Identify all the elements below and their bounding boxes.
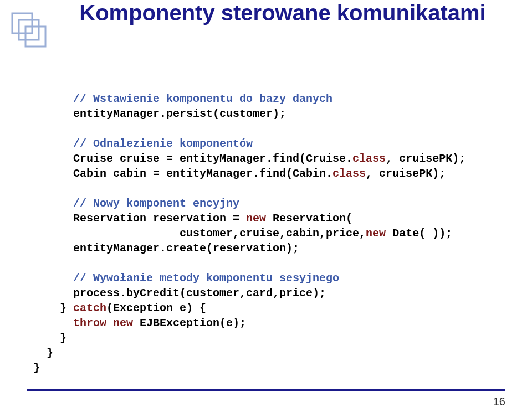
code-keyword: throw (73, 317, 106, 329)
code-comment: // Wstawienie komponentu do bazy danych (73, 92, 332, 105)
code-keyword: new (366, 227, 386, 240)
code-text: , cruisePK); (386, 152, 466, 165)
overlapping-squares-icon (10, 11, 49, 50)
code-text: Reservation reservation = (73, 212, 246, 225)
bottom-divider (27, 389, 505, 391)
code-text: Reservation( (266, 212, 352, 225)
code-comment: // Odnalezienie komponentów (73, 137, 253, 150)
code-keyword: class (352, 152, 386, 165)
code-text: } (33, 362, 40, 374)
code-text: } (47, 347, 53, 359)
page-number: 16 (493, 395, 505, 408)
code-text: Date( )); (386, 227, 452, 240)
svg-rect-0 (12, 13, 32, 33)
code-keyword: new (113, 317, 133, 329)
code-keyword: catch (73, 302, 106, 314)
code-text: EJBException(e); (133, 317, 246, 329)
code-text: } (60, 332, 66, 344)
code-text: (Exception e) { (106, 302, 206, 314)
code-text: , cruisePK); (366, 167, 446, 180)
code-text: Cruise cruise = entityManager.find(Cruis… (73, 152, 352, 165)
code-text (106, 317, 113, 329)
code-text: } (60, 302, 73, 314)
code-comment: // Nowy komponent encyjny (73, 197, 239, 210)
code-text: customer,cruise,cabin,price, (180, 227, 366, 240)
code-text: process.byCredit(customer,card,price); (73, 287, 326, 300)
code-text: Cabin cabin = entityManager.find(Cabin. (73, 167, 332, 180)
code-text: entityManager.create(reservation); (73, 242, 299, 255)
code-text: entityManager.persist(customer); (73, 107, 286, 120)
svg-rect-2 (25, 27, 45, 47)
code-comment: // Wywołanie metody komponentu sesyjnego (73, 272, 339, 285)
slide-title: Komponenty sterowane komunikatami (55, 0, 510, 25)
code-block: // Wstawienie komponentu do bazy danych … (33, 91, 499, 375)
code-keyword: class (332, 167, 366, 180)
svg-rect-1 (19, 20, 39, 40)
code-keyword: new (246, 212, 266, 225)
